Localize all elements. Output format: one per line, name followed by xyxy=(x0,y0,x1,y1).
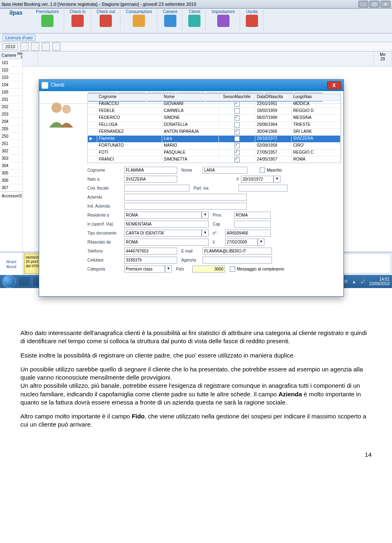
table-row[interactable]: FORTUNATOMARIO02/09/1958CIRO' xyxy=(88,143,341,150)
inp-cap[interactable] xyxy=(234,221,271,228)
maximize-button[interactable]: ▢ xyxy=(370,1,379,7)
dropdown-icon[interactable]: ▾ xyxy=(202,230,209,237)
room-row[interactable]: 302 xyxy=(0,147,22,155)
room-row[interactable]: 201 xyxy=(0,96,22,103)
ribbon-checkin[interactable]: Check in xyxy=(65,9,91,31)
lbl-residentea: Residente a xyxy=(87,213,124,217)
minimize-button[interactable]: _ xyxy=(359,1,368,7)
room-row[interactable]: 205 xyxy=(0,125,22,133)
room-row[interactable]: 101 xyxy=(0,59,22,67)
lang-indicator[interactable]: IT xyxy=(344,279,348,284)
table-row[interactable]: ▶FlammiaLara20/10/1972SVIZZERA xyxy=(88,136,341,143)
chk-msgcomp[interactable] xyxy=(230,266,235,272)
lbl-rilasciatoda: Rilasciato da xyxy=(87,240,124,244)
ribbon-impostazioni[interactable]: Impostazioni xyxy=(207,9,240,31)
year-prev-button[interactable] xyxy=(20,42,29,51)
room-row[interactable]: 303 xyxy=(0,155,22,162)
year-field[interactable]: 2010 xyxy=(2,43,18,50)
inp-indazienda[interactable] xyxy=(124,203,247,210)
clienti-dialog: Clienti X Aggiungi Modifica Salva Annull… xyxy=(39,79,344,297)
inp-il[interactable] xyxy=(241,176,274,183)
room-row[interactable]: 304 xyxy=(0,162,22,170)
room-row[interactable]: 204 xyxy=(0,118,22,125)
table-row[interactable]: FOTIPASQUALE27/05/1957REGGIO C xyxy=(88,150,341,156)
inp-partiva[interactable] xyxy=(238,185,287,192)
inp-prov[interactable] xyxy=(234,212,271,219)
datepicker-icon[interactable]: ▾ xyxy=(258,239,265,246)
license-label[interactable]: Licenza d'uso xyxy=(2,34,36,41)
col-datanascita[interactable]: DataDiNascita xyxy=(255,94,292,101)
room-row[interactable]: 202 xyxy=(0,103,22,111)
inp-agenzia[interactable] xyxy=(203,257,272,264)
dropdown-icon[interactable]: ▾ xyxy=(165,266,172,273)
room-row[interactable]: 306 xyxy=(0,177,22,184)
inp-codfisc[interactable] xyxy=(124,185,189,192)
ribbon-prenotazioni[interactable]: Prenotazioni xyxy=(31,9,64,31)
table-row[interactable]: FERNANDEZANTON INPARAJA30/04/1966SRI LAN… xyxy=(88,129,341,136)
app-logo: ilpas xyxy=(2,9,30,16)
room-row[interactable]: 103 xyxy=(0,74,22,81)
room-row[interactable]: 104 xyxy=(0,81,22,89)
room-row[interactable]: 251 xyxy=(0,140,22,147)
dropdown-icon[interactable]: ▾ xyxy=(202,212,209,219)
room-row[interactable]: 203 xyxy=(0,111,22,118)
table-row[interactable]: FEDELECARMELA18/02/1959REGGIO D xyxy=(88,108,341,115)
table-row[interactable]: FELLUGADONATELLA29/06/1964TRIESTE xyxy=(88,122,341,129)
calendar-icon xyxy=(41,15,53,27)
ribbon-consumazioni[interactable]: Consumazioni xyxy=(121,9,157,31)
inp-categoria[interactable] xyxy=(124,266,165,273)
inp-natoa[interactable] xyxy=(124,176,177,183)
inp-tipodoc[interactable] xyxy=(124,230,202,237)
table-row[interactable]: FAVACCIOGIOVANNI22/01/1951MODICA xyxy=(88,101,341,108)
year-tool-1[interactable] xyxy=(42,42,50,51)
inp-n[interactable] xyxy=(225,230,271,237)
room-row[interactable]: 105 xyxy=(0,89,22,96)
year-tool-2[interactable] xyxy=(52,42,60,51)
clients-table[interactable]: Cognome Nome SessoMaschile DataDiNascita… xyxy=(87,94,341,163)
ribbon-uscita[interactable]: Uscita xyxy=(241,9,263,31)
col-nome[interactable]: Nome xyxy=(162,94,219,101)
room-row[interactable]: 250 xyxy=(0,133,22,140)
start-button[interactable] xyxy=(2,275,16,288)
col-cognome[interactable]: Cognome xyxy=(97,94,162,101)
lbl-n: n° xyxy=(209,231,225,235)
system-clock[interactable]: 14:0123/09/2010 xyxy=(369,277,390,286)
page-number: 14 xyxy=(0,451,392,470)
inp-email[interactable] xyxy=(203,248,272,255)
lbl-partiva: Part. iva xyxy=(189,186,238,190)
lbl-cellulare: Cellulare xyxy=(87,258,124,262)
lbl-tipodoc: Tipo documento xyxy=(87,231,124,235)
year-next-button[interactable] xyxy=(31,42,39,51)
ribbon-camere[interactable]: Camere xyxy=(158,9,183,31)
client-form: Cognome Nome Maschio Nato a il ▾ Cod. xyxy=(87,165,341,294)
inp-inspecvia[interactable] xyxy=(124,221,209,228)
close-button[interactable]: × xyxy=(381,1,390,7)
tray-icon[interactable]: ▲ xyxy=(352,279,356,284)
inp-rilasciatoda[interactable] xyxy=(124,239,209,246)
inp-il2[interactable] xyxy=(225,239,258,246)
datepicker-icon[interactable]: ▾ xyxy=(274,176,281,183)
col-luogonas[interactable]: LuogoNas xyxy=(292,94,341,101)
table-row[interactable]: FRANCISIMONETTA24/05/1957ROMA xyxy=(88,156,341,163)
col-sessomaschile[interactable]: SessoMaschile xyxy=(219,94,255,101)
room-row[interactable]: 305 xyxy=(0,170,22,177)
room-row[interactable]: 307 xyxy=(0,184,22,192)
inp-telefono[interactable] xyxy=(124,248,177,255)
tray-icon[interactable]: 🔊 xyxy=(360,279,365,284)
inp-cognome[interactable] xyxy=(124,167,177,174)
room-row[interactable]: 102 xyxy=(0,67,22,74)
taskbar-item[interactable] xyxy=(18,277,30,286)
lbl-indazienda: Ind. Azienda xyxy=(87,204,124,208)
dialog-close-button[interactable]: X xyxy=(327,81,341,89)
ribbon-clienti[interactable]: Clienti xyxy=(183,9,206,31)
room-icon xyxy=(164,15,176,27)
inp-nome[interactable] xyxy=(203,167,247,174)
inp-azienda[interactable] xyxy=(124,194,247,201)
ribbon-checkout[interactable]: Check out xyxy=(92,9,120,31)
clients-icon-large xyxy=(42,95,82,132)
table-row[interactable]: FEDERICOSIMONE06/07/1988MESSINA xyxy=(88,115,341,122)
chk-maschio[interactable] xyxy=(260,168,265,173)
inp-fido[interactable] xyxy=(192,266,225,273)
inp-residentea[interactable] xyxy=(124,212,202,219)
inp-cellulare[interactable] xyxy=(124,257,177,264)
